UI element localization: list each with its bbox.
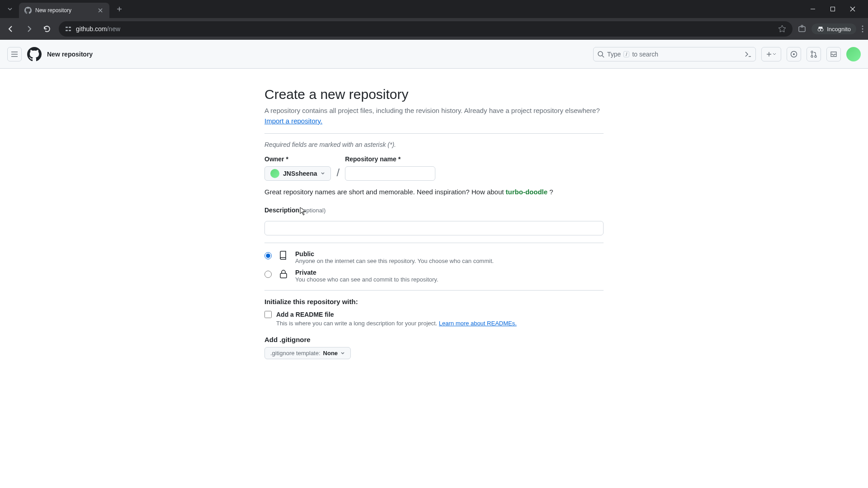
reload-icon (43, 25, 51, 33)
issues-icon (790, 51, 797, 58)
page-subtitle: A repository contains all project files,… (264, 106, 604, 126)
close-tab-button[interactable] (97, 7, 104, 14)
arrow-right-icon (25, 25, 33, 33)
import-repository-link[interactable]: Import a repository. (264, 117, 322, 125)
chevron-down-icon (7, 6, 13, 12)
repo-name-label: Repository name * (345, 155, 435, 163)
close-icon (850, 6, 855, 12)
svg-point-11 (862, 31, 863, 33)
chevron-down-icon (340, 351, 345, 356)
gh-search-button[interactable]: Type / to search (593, 47, 756, 61)
svg-point-9 (862, 26, 863, 27)
kebab-icon (862, 25, 863, 33)
minimize-button[interactable] (808, 5, 817, 14)
extensions-icon[interactable] (798, 25, 806, 33)
minimize-icon (810, 6, 816, 12)
back-button[interactable] (5, 23, 17, 35)
initialize-heading: Initialize this repository with: (264, 298, 604, 305)
gh-pullrequests-button[interactable] (807, 47, 821, 61)
plus-icon (766, 52, 772, 57)
svg-point-12 (598, 52, 603, 56)
browser-tab[interactable]: New repository (19, 3, 109, 18)
maximize-icon (830, 6, 835, 12)
public-desc: Anyone on the internet can see this repo… (295, 258, 494, 264)
repo-icon (278, 250, 289, 261)
required-fields-note: Required fields are marked with an aster… (264, 141, 604, 148)
svg-rect-18 (280, 273, 287, 278)
add-readme-option[interactable]: Add a README file (264, 311, 604, 318)
svg-point-17 (815, 56, 816, 57)
address-bar[interactable]: github.com/new (59, 21, 793, 37)
visibility-public-option[interactable]: Public Anyone on the internet can see th… (264, 250, 604, 264)
add-gitignore-heading: Add .gitignore (264, 336, 604, 343)
maximize-button[interactable] (828, 5, 837, 14)
public-title: Public (295, 250, 494, 258)
gitignore-template-dropdown[interactable]: .gitignore template: None (264, 347, 351, 359)
plus-icon (117, 6, 122, 12)
readme-learn-more-link[interactable]: Learn more about READMEs. (439, 320, 517, 327)
search-keyhint: / (623, 51, 629, 57)
close-window-button[interactable] (848, 5, 857, 14)
hamburger-icon (11, 51, 18, 58)
github-logo[interactable] (27, 47, 42, 61)
incognito-label: Incognito (827, 26, 851, 33)
incognito-indicator[interactable]: Incognito (811, 23, 856, 34)
new-tab-button[interactable] (113, 3, 126, 15)
search-placeholder-suffix: to search (632, 51, 658, 58)
repo-name-input[interactable] (345, 166, 435, 181)
chevron-down-icon (321, 171, 325, 176)
reload-button[interactable] (41, 23, 53, 35)
visibility-public-radio[interactable] (264, 252, 272, 259)
bookmark-star-icon[interactable] (778, 25, 786, 33)
add-readme-label: Add a README file (276, 311, 334, 318)
arrow-left-icon (7, 25, 15, 33)
svg-point-10 (862, 28, 863, 30)
svg-rect-6 (801, 25, 803, 27)
forward-button[interactable] (23, 23, 35, 35)
gh-issues-button[interactable] (787, 47, 801, 61)
svg-rect-3 (66, 30, 68, 31)
divider (264, 290, 604, 291)
gitignore-prefix: .gitignore template: (270, 350, 321, 357)
divider (264, 243, 604, 243)
site-settings-icon (65, 26, 71, 32)
add-readme-checkbox[interactable] (264, 311, 272, 318)
github-favicon (24, 7, 32, 14)
incognito-icon (817, 25, 824, 33)
tab-title: New repository (35, 7, 93, 14)
svg-point-14 (793, 53, 795, 55)
readme-description: This is where you can write a long descr… (276, 320, 604, 327)
lock-icon (278, 269, 289, 280)
page-heading: Create a new repository (264, 87, 604, 102)
visibility-private-radio[interactable] (264, 271, 272, 278)
svg-point-7 (818, 28, 821, 31)
description-input[interactable] (264, 221, 604, 235)
svg-rect-2 (69, 27, 71, 28)
gh-page-title: New repository (47, 51, 93, 58)
gh-user-avatar[interactable] (846, 47, 861, 61)
svg-rect-4 (69, 30, 71, 31)
owner-repo-separator: / (336, 166, 340, 179)
inbox-icon (830, 51, 837, 58)
search-icon (597, 51, 604, 58)
gh-inbox-button[interactable] (826, 47, 841, 61)
divider (264, 133, 604, 134)
visibility-private-option[interactable]: Private You choose who can see and commi… (264, 269, 604, 283)
gh-create-menu-button[interactable] (761, 47, 781, 61)
url-text: github.com/new (76, 25, 120, 33)
tab-list-dropdown[interactable] (4, 3, 16, 15)
svg-point-8 (821, 28, 823, 31)
browser-menu-button[interactable] (862, 25, 863, 33)
pullrequest-icon (810, 51, 817, 58)
svg-rect-0 (831, 7, 835, 11)
close-icon (98, 8, 103, 13)
gitignore-value: None (323, 350, 338, 357)
gh-nav-menu-button[interactable] (7, 47, 22, 61)
chevron-down-icon (773, 52, 776, 56)
repo-name-suggestion[interactable]: turbo-doodle (506, 188, 547, 196)
owner-value: JNSsheena (283, 170, 317, 177)
description-label: Description (264, 206, 299, 214)
owner-dropdown[interactable]: JNSsheena (264, 166, 331, 181)
command-palette-icon (745, 51, 752, 58)
search-placeholder-prefix: Type (607, 51, 621, 58)
